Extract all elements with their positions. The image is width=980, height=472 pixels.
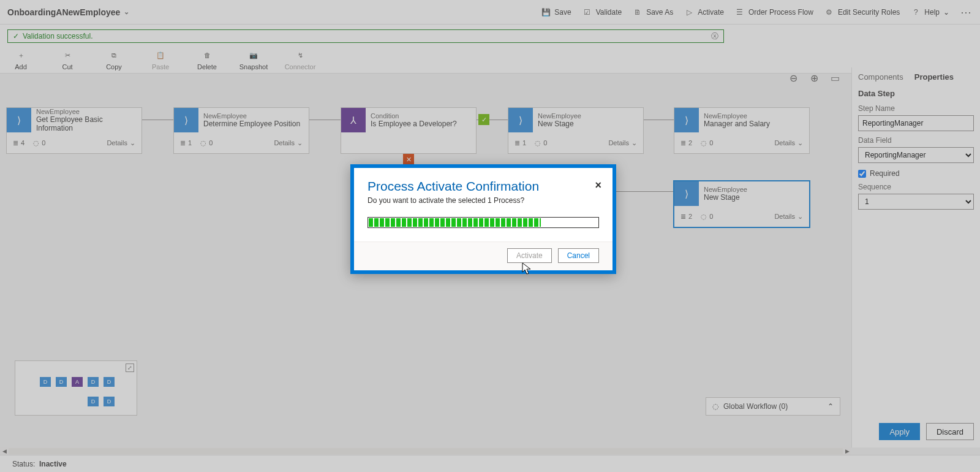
dialog-buttons: Activate Cancel — [354, 242, 612, 270]
progress-bar — [368, 217, 599, 228]
progress-fill — [369, 218, 541, 227]
dialog-title: Process Activate Confirmation — [368, 179, 599, 194]
activate-confirmation-dialog: × Process Activate Confirmation Do you w… — [350, 164, 616, 274]
dialog-activate-button[interactable]: Activate — [507, 248, 552, 263]
dialog-subtitle: Do you want to activate the selected 1 P… — [368, 196, 599, 205]
close-dialog-icon[interactable]: × — [595, 179, 601, 192]
dialog-cancel-button[interactable]: Cancel — [558, 248, 599, 263]
